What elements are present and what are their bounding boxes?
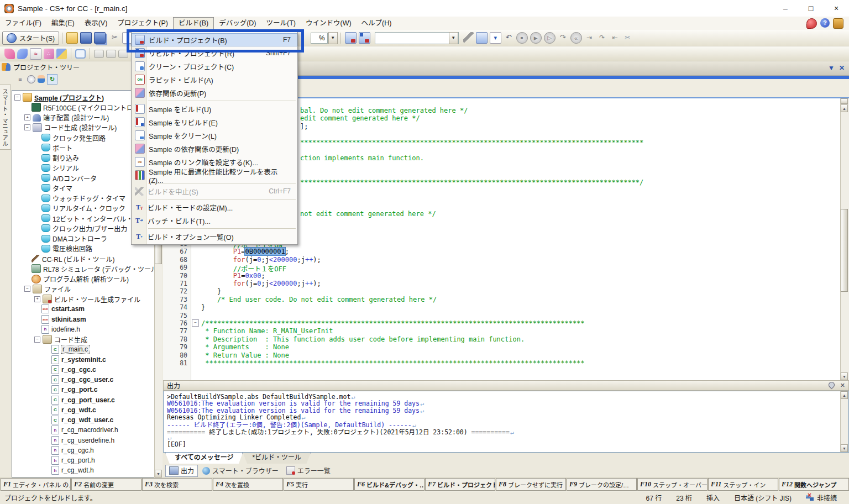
- fkey-F1[interactable]: F1エディタ・パネル の…: [1, 478, 71, 491]
- menu-編集(E)[interactable]: 編集(E): [46, 17, 80, 29]
- view-tab-出力[interactable]: 出力: [165, 465, 198, 477]
- fkey-F2[interactable]: F2名前の変更: [71, 478, 142, 491]
- analysis-sync-icon[interactable]: [56, 49, 67, 59]
- scroll-down-icon[interactable]: ▼: [841, 372, 848, 380]
- fkey-F6[interactable]: F6ビルド&デバッグ・…: [354, 478, 424, 491]
- stop-icon[interactable]: [516, 32, 528, 44]
- tree-item-端子配置 (設計ツール)[interactable]: +端子配置 (設計ツール): [24, 113, 109, 123]
- fkey-F3[interactable]: F3次を検索: [142, 478, 212, 491]
- analysis1-icon[interactable]: [4, 49, 15, 59]
- tree-item-ファイル[interactable]: −ファイル: [24, 284, 71, 294]
- analysis2-icon[interactable]: [17, 49, 28, 59]
- collapse-icon[interactable]: −: [24, 286, 30, 292]
- zoom-dropdown-icon[interactable]: ▼: [328, 32, 338, 44]
- output-tab-*ビルド・ツール[interactable]: *ビルド・ツール: [243, 453, 311, 464]
- debug-target-combo[interactable]: ▼: [375, 32, 459, 44]
- tree-item-ウォッチドッグ・タイマ[interactable]: ウォッチドッグ・タイマ: [34, 193, 125, 203]
- fkey-F4[interactable]: F4次を置換: [213, 478, 283, 491]
- fkey-F10[interactable]: F10ステップ・オーバー: [637, 478, 708, 491]
- tree-item-割り込み[interactable]: 割り込み: [34, 153, 79, 163]
- tree-item-r_cg_port_user.c[interactable]: r_cg_port_user.c: [44, 395, 115, 405]
- download-build-icon[interactable]: [476, 32, 488, 44]
- tree-item-r_systeminit.c[interactable]: r_systeminit.c: [44, 355, 106, 365]
- tree-item-r_main.c[interactable]: r_main.c: [44, 344, 89, 354]
- menu-item-ビルド・オプション一覧(O)[interactable]: ビルド・オプション一覧(O): [132, 230, 297, 243]
- close-button[interactable]: ×: [824, 1, 849, 17]
- tree-item-r_cg_wdt_user.c[interactable]: r_cg_wdt_user.c: [44, 415, 113, 425]
- step-in-icon[interactable]: [584, 32, 595, 43]
- undo-icon[interactable]: [504, 32, 514, 43]
- cut-icon[interactable]: [109, 32, 120, 43]
- save-all-icon[interactable]: [94, 32, 106, 44]
- fkey-F11[interactable]: F11ステップ・イン: [708, 478, 778, 491]
- editor-close-icon[interactable]: ✕: [839, 64, 845, 72]
- bubble1-icon[interactable]: [94, 50, 104, 58]
- expand-icon[interactable]: +: [34, 296, 40, 302]
- user-icon[interactable]: [38, 75, 45, 83]
- rebuild-icon[interactable]: [359, 32, 370, 44]
- category-icon[interactable]: [15, 75, 25, 84]
- pin-icon[interactable]: [827, 381, 836, 390]
- analysis-graph-icon[interactable]: [30, 48, 41, 60]
- fkey-F9[interactable]: F9ブレークの設定/…: [567, 478, 637, 491]
- scroll-down-icon[interactable]: ▼: [841, 444, 848, 452]
- tree-item-クロック出力/ブザー出力[interactable]: クロック出力/ブザー出力: [34, 223, 127, 233]
- smart-manual-tab[interactable]: スマート・マニュアル: [0, 85, 11, 150]
- tree-item-r_cg_port.h[interactable]: r_cg_port.h: [44, 455, 95, 465]
- tree-item-r_cg_cgc_user.c[interactable]: r_cg_cgc_user.c: [44, 375, 113, 385]
- download-icon[interactable]: [490, 32, 501, 44]
- tree-item-ポート[interactable]: ポート: [34, 143, 72, 153]
- rewind-icon[interactable]: [570, 32, 582, 44]
- maximize-button[interactable]: □: [798, 1, 824, 17]
- start-button[interactable]: スタート(S): [2, 32, 59, 45]
- editor-scrollbar[interactable]: ▲ ▼: [840, 98, 849, 380]
- tree-item-ビルド・ツール生成ファイル[interactable]: +ビルド・ツール生成ファイル: [34, 294, 140, 304]
- collapse-icon[interactable]: −: [24, 124, 30, 130]
- output-scrollbar[interactable]: ▲ ▼: [840, 391, 848, 452]
- panel-icon[interactable]: [75, 49, 86, 59]
- tree-item-r_cg_cgc.h[interactable]: r_cg_cgc.h: [44, 445, 94, 455]
- output-log[interactable]: >DefaultBuild¥Sample.abs DefaultBuild¥Sa…: [163, 391, 849, 453]
- menu-プロジェクト(P)[interactable]: プロジェクト(P): [112, 17, 173, 29]
- save-icon[interactable]: [80, 32, 92, 44]
- tree-item-r_cg_cgc.c[interactable]: r_cg_cgc.c: [44, 365, 96, 375]
- menu-item-クリーン・プロジェクト(C)[interactable]: クリーン・プロジェクト(C): [132, 60, 297, 73]
- menu-item-リビルド・プロジェクト(R)[interactable]: リビルド・プロジェクト(R)Shift+F7: [132, 46, 297, 60]
- tree-item-R5F100GE (マイクロコントローラ)[interactable]: R5F100GE (マイクロコントローラ): [24, 102, 149, 112]
- minimize-button[interactable]: –: [773, 1, 798, 17]
- help-icon[interactable]: [820, 18, 830, 28]
- scroll-up-icon[interactable]: ▲: [841, 391, 848, 399]
- menu-item-依存関係の更新(P)[interactable]: 依存関係の更新(P): [132, 86, 297, 99]
- scroll-up-icon[interactable]: ▲: [841, 104, 848, 112]
- fkey-F8[interactable]: F8ブレークせずに実行: [496, 478, 566, 491]
- bubble3-icon[interactable]: [118, 50, 128, 58]
- tree-item-r_cg_port.c[interactable]: r_cg_port.c: [44, 385, 97, 395]
- fold-collapse-icon[interactable]: −: [192, 319, 199, 327]
- menu-ビルド(B)[interactable]: ビルド(B): [173, 17, 214, 30]
- step-return-icon[interactable]: [610, 32, 620, 43]
- menu-表示(V)[interactable]: 表示(V): [80, 17, 113, 29]
- build-icon[interactable]: [345, 32, 357, 44]
- menu-item-ビルド・プロジェクト(B)[interactable]: ビルド・プロジェクト(B)F7: [132, 33, 297, 46]
- fkey-F7[interactable]: F7ビルド・プロジェクト: [425, 478, 495, 491]
- tree-item-iodefine.h[interactable]: iodefine.h: [34, 324, 80, 334]
- scrollbar-split-handle[interactable]: [841, 98, 848, 104]
- output-tab-すべてのメッセージ[interactable]: すべてのメッセージ: [165, 453, 243, 464]
- tree-item-r_cg_wdt.h[interactable]: r_cg_wdt.h: [44, 465, 94, 475]
- tree-item-Sample (プロジェクト)[interactable]: −Sample (プロジェクト): [14, 92, 104, 102]
- analysis-scatter-icon[interactable]: [44, 49, 54, 59]
- tree-item-プログラム解析 (解析ツール)[interactable]: プログラム解析 (解析ツール): [24, 274, 129, 284]
- tree-item-RL78 シミュレータ (デバッグ・ツール)[interactable]: RL78 シミュレータ (デバッグ・ツール): [24, 264, 160, 274]
- tree-item-クロック発生回路[interactable]: クロック発生回路: [34, 133, 106, 143]
- menu-item-Sample をビルド(U)[interactable]: Sample をビルド(U): [132, 102, 297, 116]
- collapse-icon[interactable]: −: [34, 337, 40, 343]
- menu-item-Sample 用に最適化性能比較ツールを表示(Z)...[interactable]: Sample 用に最適化性能比較ツールを表示(Z)...: [132, 169, 297, 182]
- scrollbar-thumb[interactable]: [841, 209, 848, 292]
- tree-item-コード生成[interactable]: −コード生成: [34, 334, 87, 344]
- hammer-icon[interactable]: [463, 32, 474, 43]
- zoom-percent-combo[interactable]: % ▼: [311, 32, 338, 44]
- menu-item-Sample をリビルド(E)[interactable]: Sample をリビルド(E): [132, 116, 297, 129]
- menu-item-Sample の依存関係の更新(D)[interactable]: Sample の依存関係の更新(D): [132, 142, 297, 155]
- tree-item-DMAコントローラ[interactable]: DMAコントローラ: [34, 234, 107, 244]
- menu-ウインドウ(W)[interactable]: ウインドウ(W): [301, 17, 357, 29]
